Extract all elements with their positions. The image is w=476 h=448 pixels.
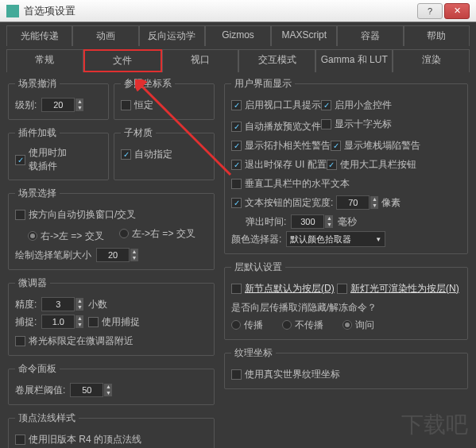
undo-level-spinner[interactable]: ▲▼	[41, 98, 83, 112]
popup-input[interactable]	[291, 214, 324, 229]
constant-checkbox[interactable]: 恒定	[121, 97, 153, 113]
legend-scene-undo: 场景撤消	[15, 77, 60, 91]
checkbox-icon	[15, 210, 25, 220]
checkbox-icon	[231, 122, 242, 132]
tab-interaction[interactable]: 交互模式	[238, 49, 315, 72]
ui-display-checkbox[interactable]: 显示拓扑相关性警告	[231, 137, 331, 153]
new-node-checkbox[interactable]: 新节点默认为按层(D)	[231, 280, 335, 296]
ui-display-label: 文本按钮的固定宽度:	[245, 196, 333, 210]
realworld-checkbox[interactable]: 使用真实世界纹理坐标	[231, 366, 340, 382]
ui-display-checkbox[interactable]: 显示十字光标	[321, 116, 392, 132]
group-scene-select: 场景选择 按方向自动切换窗口/交叉 右->左 => 交叉 左->右 => 交叉 …	[8, 187, 215, 270]
ui-display-label: 垂直工具栏中的水平文本	[245, 177, 350, 191]
precision-input[interactable]	[41, 297, 75, 311]
brush-spinner[interactable]: ▲▼	[96, 248, 138, 262]
tab-radiosity[interactable]: 光能传递	[6, 25, 72, 46]
ui-display-checkbox[interactable]: 自动播放预览文件	[231, 118, 321, 134]
group-vertex-normal: 顶点法线样式 使用旧版本 R4 的顶点法线	[8, 411, 215, 448]
new-light-checkbox[interactable]: 新灯光可渲染性为按层(N)	[337, 280, 459, 296]
load-plugins-checkbox[interactable]: 使用时加 载插件	[15, 146, 67, 173]
legend-layer-defaults: 层默认设置	[231, 261, 285, 274]
bydir-checkbox[interactable]: 按方向自动切换窗口/交叉	[15, 207, 136, 222]
checkbox-icon	[15, 336, 25, 346]
tab-general[interactable]: 常规	[6, 49, 83, 72]
dropdown-icon: ▼	[375, 236, 381, 243]
checkbox-icon	[15, 434, 25, 445]
lr-radio[interactable]: 左->右 => 交叉	[119, 226, 195, 241]
decimal-label: 小数	[88, 298, 107, 311]
legend-sub-material: 子材质	[121, 126, 156, 140]
tab-render[interactable]: 渲染	[393, 49, 470, 72]
lr-label: 左->右 => 交叉	[132, 227, 195, 241]
no-propagate-radio[interactable]: 不传播	[282, 319, 323, 332]
radio-icon	[28, 231, 37, 241]
ui-display-checkbox[interactable]: 启用视口工具提示	[231, 97, 321, 113]
radio-icon	[231, 320, 241, 330]
tab-animation[interactable]: 动画	[72, 25, 138, 46]
tab-maxscript[interactable]: MAXScript	[271, 25, 337, 46]
snap-input[interactable]	[41, 315, 75, 329]
window-title: 首选项设置	[24, 4, 416, 18]
checkbox-icon	[121, 100, 131, 110]
checkbox-icon	[231, 179, 242, 189]
radio-icon	[282, 320, 292, 330]
legend-ui-display: 用户界面显示	[231, 77, 295, 91]
auto-assign-checkbox[interactable]: 自动指定	[121, 146, 172, 162]
cursor-limit-checkbox[interactable]: 将光标限定在微调器附近	[15, 333, 134, 349]
ui-display-label: 显示十字光标	[335, 118, 392, 131]
ui-display-checkbox[interactable]: 显示堆栈塌陷警告	[331, 137, 420, 153]
color-picker-select[interactable]: 默认颜色拾取器 ▼	[286, 231, 385, 247]
tab-help[interactable]: 帮助	[404, 25, 470, 46]
tab-gamma[interactable]: Gamma 和 LUT	[315, 49, 393, 72]
ui-display-checkbox[interactable]: 垂直工具栏中的水平文本	[231, 176, 350, 191]
group-layer-defaults: 层默认设置 新节点默认为按层(D) 新灯光可渲染性为按层(N) 是否向层传播取消…	[224, 261, 468, 340]
ui-display-label: 自动播放预览文件	[245, 120, 321, 133]
tab-containers[interactable]: 容器	[337, 25, 403, 46]
spinner-down-icon[interactable]: ▼	[75, 105, 83, 111]
radio-icon	[119, 229, 129, 238]
undo-level-input[interactable]	[41, 98, 75, 112]
tab-files[interactable]: 文件	[83, 49, 162, 72]
tab-viewports[interactable]: 视口	[162, 49, 239, 72]
popup-spinner[interactable]: ▲▼	[291, 214, 333, 229]
close-button[interactable]: ✕	[444, 3, 470, 19]
legend-scene-select: 场景选择	[15, 187, 60, 200]
fixed-width-spinner[interactable]: ▲▼	[336, 195, 378, 210]
rollup-input[interactable]	[70, 383, 103, 397]
propagate-radio[interactable]: 传播	[231, 319, 263, 332]
ask-radio[interactable]: 询问	[342, 319, 374, 332]
ui-display-checkbox[interactable]: 使用大工具栏按钮	[327, 156, 416, 172]
checkbox-icon	[321, 100, 331, 110]
load-plugins-label: 使用时加 载插件	[29, 146, 67, 173]
snap-label: 捕捉:	[15, 315, 37, 329]
r4-checkbox[interactable]: 使用旧版本 R4 的顶点法线	[15, 431, 141, 447]
propagate-prompt: 是否向层传播取消隐藏/解冻命令？	[231, 299, 461, 315]
ui-display-checkbox[interactable]: 启用小盒控件	[321, 97, 392, 113]
brush-input[interactable]	[96, 248, 130, 262]
popup-label: 弹出时间:	[246, 215, 286, 229]
legend-ref-coord: 参照坐标系	[121, 77, 175, 91]
rl-label: 右->左 => 交叉	[41, 230, 104, 243]
spinner-up-icon[interactable]: ▲	[75, 98, 83, 105]
ui-display-label: 启用视口工具提示	[245, 98, 321, 112]
usesnap-checkbox[interactable]: 使用捕捉	[88, 315, 140, 329]
fixed-width-unit: 像素	[381, 196, 401, 210]
bydir-label: 按方向自动切换窗口/交叉	[29, 208, 136, 222]
tab-gizmos[interactable]: Gizmos	[205, 25, 271, 46]
rl-radio[interactable]: 右->左 => 交叉	[28, 228, 104, 244]
radio-icon	[342, 320, 352, 330]
ui-display-checkbox[interactable]: 文本按钮的固定宽度:▲▼像素	[231, 195, 401, 210]
rollup-spinner[interactable]: ▲▼	[70, 383, 112, 397]
ui-display-label: 显示拓扑相关性警告	[245, 139, 331, 153]
r4-label: 使用旧版本 R4 的顶点法线	[29, 433, 141, 446]
checkbox-icon	[231, 100, 242, 110]
tab-ik[interactable]: 反向运动学	[139, 25, 205, 46]
precision-spinner[interactable]: ▲▼	[41, 297, 83, 311]
app-icon	[6, 5, 19, 17]
snap-spinner[interactable]: ▲▼	[41, 315, 83, 329]
help-button[interactable]: ?	[417, 3, 443, 19]
ui-display-checkbox[interactable]: 退出时保存 UI 配置	[231, 156, 327, 172]
fixed-width-input[interactable]	[336, 195, 370, 210]
picker-value: 默认颜色拾取器	[290, 234, 351, 245]
legend-tex-coord: 纹理坐标	[231, 346, 276, 360]
